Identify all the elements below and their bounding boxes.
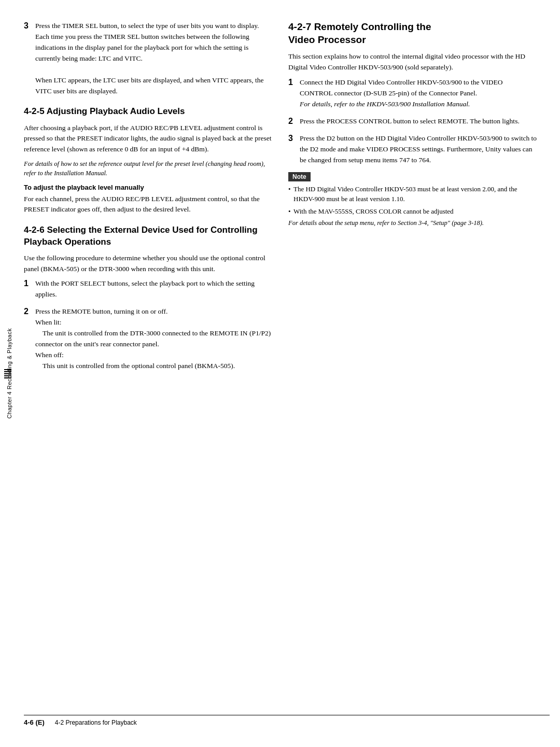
step3-427-text: Press the D2 button on the HD Digital Vi… <box>300 134 537 164</box>
note-item-text: With the MAV-555SS, CROSS COLOR cannot b… <box>293 207 454 215</box>
section-426: 4-2-6 Selecting the External Device Used… <box>24 224 273 371</box>
section-425-para2: For each channel, press the AUDIO REC/PB… <box>24 194 273 216</box>
list-item: 3 Press the D2 button on the HD Digital … <box>288 133 537 166</box>
note-item: With the MAV-555SS, CROSS COLOR cannot b… <box>288 206 537 217</box>
section-426-list: 1 With the PORT SELECT buttons, select t… <box>24 278 273 371</box>
step3-427-content: Press the D2 button on the HD Digital Vi… <box>300 133 537 166</box>
footer-page-num: 4-6 (E) <box>24 718 45 726</box>
section-425-heading: 4-2-5 Adjusting Playback Audio Levels <box>24 106 273 117</box>
step3-content: Press the TIMER SEL button, to select th… <box>35 21 273 96</box>
step2-427-content: Press the PROCESS CONTROL button to sele… <box>300 116 537 127</box>
step2-427-text: Press the PROCESS CONTROL button to sele… <box>300 117 520 125</box>
step-num: 1 <box>288 77 296 110</box>
step1-content: With the PORT SELECT buttons, select the… <box>35 278 273 300</box>
section-426-heading: 4-2-6 Selecting the External Device Used… <box>24 224 273 247</box>
step1-427-content: Connect the HD Digital Video Controller … <box>300 77 537 110</box>
step1-text: With the PORT SELECT buttons, select the… <box>35 279 255 298</box>
note-list: The HD Digital Video Controller HKDV-503… <box>288 184 537 217</box>
note-label: Note <box>288 172 311 181</box>
step2-content: Press the REMOTE button, turning it on o… <box>35 306 273 372</box>
top-item: 3 Press the TIMER SEL button, to select … <box>24 21 273 96</box>
step-num: 1 <box>24 278 31 300</box>
section-427-para1: This section explains how to control the… <box>288 51 537 73</box>
footer-bar: 4-6 (E) 4-2 Preparations for Playback <box>24 715 550 726</box>
when-lit-label: When lit: <box>35 318 62 326</box>
step3-continuation: When LTC appears, the LTC user bits are … <box>35 76 263 95</box>
step-num: 2 <box>24 306 31 372</box>
when-lit-content: The unit is controlled from the DTR-3000… <box>35 329 271 348</box>
top-section: 3 Press the TIMER SEL button, to select … <box>24 21 273 96</box>
section-426-para1: Use the following procedure to determine… <box>24 253 273 275</box>
list-item: 2 Press the REMOTE button, turning it on… <box>24 306 273 372</box>
section-427-heading-line2: Video Processor <box>288 34 366 45</box>
page-container: Chapter 4 Recording & Playback 3 Press t… <box>0 0 560 747</box>
step-num: 2 <box>288 116 296 127</box>
when-off-label: When off: <box>35 351 64 359</box>
note-item-text: The HD Digital Video Controller HKDV-503… <box>293 185 517 203</box>
footer-section-ref: 4-2 Preparations for Playback <box>55 719 137 726</box>
step2-text: Press the REMOTE button, turning it on o… <box>35 307 168 315</box>
left-column: 3 Press the TIMER SEL button, to select … <box>24 21 273 715</box>
section-427: 4-2-7 Remotely Controlling the Video Pro… <box>288 21 537 228</box>
note-container: Note The HD Digital Video Controller HKD… <box>288 172 537 228</box>
list-item: 2 Press the PROCESS CONTROL button to se… <box>288 116 537 127</box>
main-content: 3 Press the TIMER SEL button, to select … <box>19 0 560 747</box>
section-425: 4-2-5 Adjusting Playback Audio Levels Af… <box>24 106 273 215</box>
two-column-layout: 3 Press the TIMER SEL button, to select … <box>24 21 550 715</box>
list-item: 1 Connect the HD Digital Video Controlle… <box>288 77 537 110</box>
list-item: 1 With the PORT SELECT buttons, select t… <box>24 278 273 300</box>
when-off-content: This unit is controlled from the optiona… <box>43 362 235 370</box>
section-427-heading-line1: 4-2-7 Remotely Controlling the <box>288 21 431 32</box>
note-item: The HD Digital Video Controller HKDV-503… <box>288 184 537 204</box>
section-425-para1: After choosing a playback port, if the A… <box>24 123 273 156</box>
step3-text: Press the TIMER SEL button, to select th… <box>35 22 259 62</box>
sidebar-label: Chapter 4 Recording & Playback <box>6 328 12 419</box>
step3-num: 3 <box>24 21 31 96</box>
sidebar: Chapter 4 Recording & Playback <box>0 0 19 747</box>
section-427-list: 1 Connect the HD Digital Video Controlle… <box>288 77 537 165</box>
section-425-bold: To adjust the playback level manually <box>24 184 273 191</box>
section-425-italic: For details of how to set the reference … <box>24 159 273 178</box>
step1-427-text: Connect the HD Digital Video Controller … <box>300 78 503 97</box>
step-num: 3 <box>288 133 296 166</box>
note-italic: For details about the setup menu, refer … <box>288 218 537 228</box>
section-427-heading: 4-2-7 Remotely Controlling the Video Pro… <box>288 21 537 46</box>
right-column: 4-2-7 Remotely Controlling the Video Pro… <box>288 21 537 715</box>
step1-427-italic: For details, refer to the HKDV-503/900 I… <box>300 100 470 108</box>
